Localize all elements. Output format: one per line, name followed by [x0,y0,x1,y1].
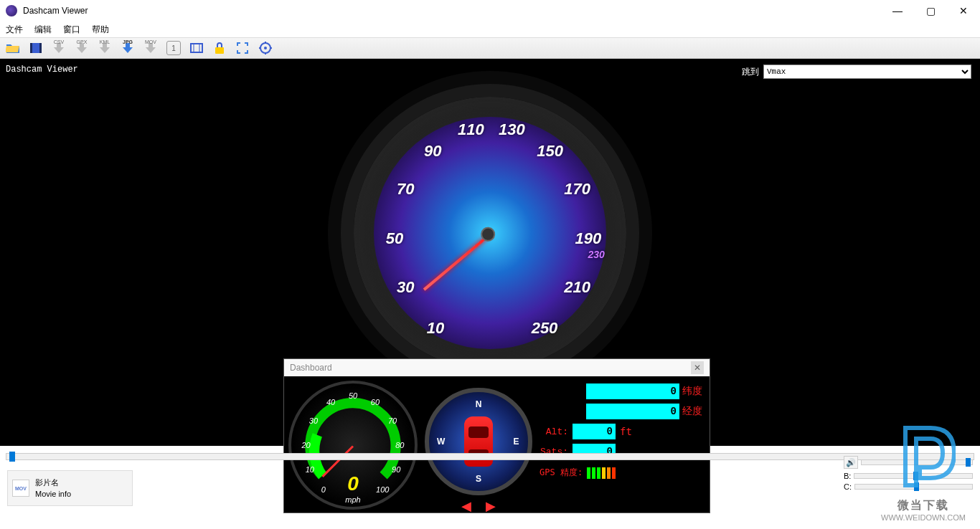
timeline-thumb[interactable] [9,452,15,462]
gps-data-column: 0纬度 0经度 Alt:0ft Sats:0 GPS 精度: [540,381,705,508]
mov-file-icon: MOV [12,480,29,497]
jump-box: 跳到 Vmax [742,65,971,79]
viewport-title: Dashcam Viewer [6,65,78,75]
longitude-value: 0 [586,404,679,419]
speed-value: 0 [347,472,359,495]
dashboard-header[interactable]: Dashboard ✕ [284,359,710,376]
longitude-label: 经度 [682,405,705,418]
window-title: Dashcam Viewer [23,6,88,16]
right-controls: 🔊 B: C: [844,456,973,493]
contrast-slider[interactable] [854,484,973,490]
app-icon [6,5,17,16]
jump-label: 跳到 [742,66,759,78]
export-gpx-button[interactable]: GPX [75,41,89,55]
brightness-slider[interactable] [854,473,973,479]
menu-file[interactable]: 文件 [6,24,23,36]
movie-info-panel: MOV 影片名 Movie info [7,470,133,506]
altitude-label: Alt: [540,426,568,437]
minimize-button[interactable]: — [881,0,914,22]
svg-rect-4 [215,47,224,54]
speed-unit: mph [345,495,360,504]
movie-name-label: 影片名 [35,477,71,489]
prev-arrow-icon[interactable]: ◀ [461,498,471,514]
mini-speedometer: 0 10 20 30 40 50 60 70 80 90 100 0 mph [288,381,418,510]
clip-icon[interactable] [189,41,204,55]
titlebar: Dashcam Viewer — ▢ ✕ [0,0,980,22]
compass: N E S W [425,388,532,495]
window-controls: — ▢ ✕ [881,0,980,22]
close-button[interactable]: ✕ [947,0,980,22]
volume-slider[interactable] [861,459,973,465]
settings-icon[interactable] [258,41,273,55]
svg-rect-3 [191,44,202,52]
altitude-value: 0 [573,424,616,439]
dashboard-panel[interactable]: Dashboard ✕ 0 10 20 30 40 50 60 70 80 90… [283,358,710,513]
dashboard-close-icon[interactable]: ✕ [691,361,704,374]
lock-icon[interactable] [212,41,227,55]
latitude-value: 0 [586,383,679,399]
menubar: 文件 编辑 窗口 帮助 [0,22,980,37]
one-button[interactable]: 1 [166,41,181,55]
menu-edit[interactable]: 编辑 [34,24,52,36]
next-arrow-icon[interactable]: ▶ [486,498,496,514]
fullscreen-icon[interactable] [235,41,250,55]
dashboard-title: Dashboard [290,363,332,373]
export-mov-button[interactable]: MOV [143,41,158,55]
export-csv-button[interactable]: CSV [52,41,66,55]
export-kml-button[interactable]: KML [98,41,112,55]
maximize-button[interactable]: ▢ [914,0,947,22]
latitude-label: 纬度 [682,385,705,398]
export-jpg-button[interactable]: JPG [121,41,135,55]
volume-icon[interactable]: 🔊 [844,456,858,469]
main-speedometer: 10 30 50 70 90 110 130 150 170 190 210 2… [354,97,626,369]
menu-window[interactable]: 窗口 [63,24,80,36]
jump-select[interactable]: Vmax [763,65,971,79]
contrast-label: C: [844,482,852,491]
movie-info-label: Movie info [35,488,71,500]
watermark-text: 微当下载 [881,498,966,513]
open-folder-icon[interactable] [6,41,20,55]
svg-rect-2 [39,43,42,53]
svg-point-6 [264,47,267,49]
brightness-label: B: [844,472,851,480]
film-icon[interactable] [29,41,43,55]
toolbar: CSV GPX KML JPG MOV 1 [0,37,980,59]
menu-help[interactable]: 帮助 [92,24,109,36]
timeline-slider[interactable] [6,453,974,460]
altitude-unit: ft [620,426,632,437]
svg-rect-1 [30,43,32,53]
gps-accuracy-bars [587,467,616,479]
gps-accuracy-label: GPS 精度: [540,467,583,479]
watermark-url: WWW.WEIDOWN.COM [881,513,966,522]
